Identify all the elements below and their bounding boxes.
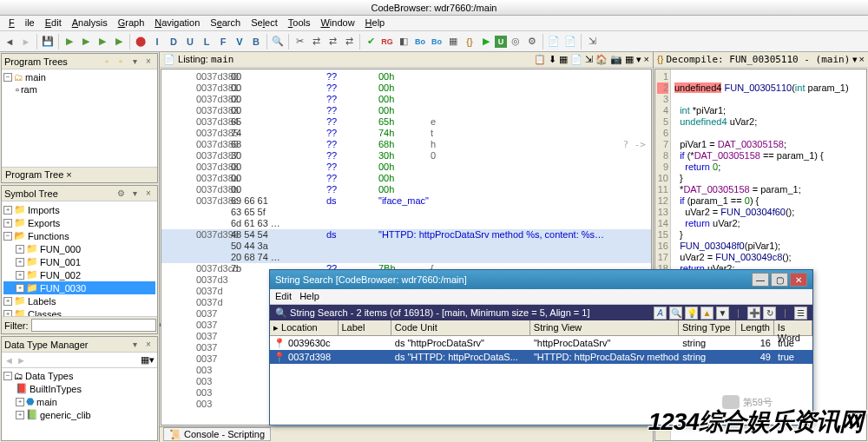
flow1-icon[interactable]: ⇄ (308, 34, 324, 49)
col-stringview[interactable]: String View (530, 320, 679, 335)
dt-dropdown-icon[interactable]: ▾ (128, 339, 141, 351)
lst-ico6[interactable]: 🏠 (595, 54, 608, 65)
listing-row[interactable]: 50 44 3a (161, 241, 651, 252)
sym-fun0030[interactable]: +📁FUN_0030 (3, 281, 155, 294)
reg-icon[interactable]: RG (379, 34, 395, 49)
dlg-make-icon[interactable]: ➕ (747, 307, 760, 320)
check-icon[interactable]: ✔ (363, 34, 378, 49)
f-icon[interactable]: F (215, 34, 231, 49)
dt-root[interactable]: −🗂Data Types (3, 370, 155, 382)
listing-row[interactable]: 0037d38b00??00h (161, 184, 651, 195)
st-close-icon[interactable]: × (142, 188, 155, 200)
dt-clib[interactable]: +📗generic_clib (3, 408, 155, 421)
dt-fwd-icon[interactable]: ► (16, 355, 26, 366)
lst-close-icon[interactable]: × (644, 54, 649, 65)
dt-opts-icon[interactable]: ▦▾ (141, 354, 155, 366)
col-stringtype[interactable]: String Type (679, 320, 736, 335)
dlg-search-icon[interactable]: 🔍 (669, 307, 682, 320)
lst-ico5[interactable]: ⇲ (585, 54, 593, 65)
script1-icon[interactable]: 📄 (546, 34, 562, 49)
pt-dropdown-icon[interactable]: ▾ (128, 56, 141, 68)
menu-help[interactable]: Help (360, 16, 391, 30)
st-dropdown-icon[interactable]: ▾ (128, 188, 141, 200)
listing-row[interactable]: 0037d39848 54 54ds "HTTPD: httpProcDataS… (161, 229, 651, 241)
tree-main[interactable]: −🗂main (3, 71, 155, 83)
menu-file[interactable]: File (3, 16, 40, 30)
sym-imports[interactable]: +📁Imports (3, 203, 155, 216)
lst-ico1[interactable]: 📋 (534, 54, 546, 65)
d-icon[interactable]: D (166, 34, 181, 49)
listing-row[interactable]: 0037d38465??65h e (161, 116, 651, 128)
flow2-icon[interactable]: ⇄ (325, 34, 340, 49)
col-location[interactable]: ▸ Location (270, 320, 339, 335)
menu-navigation[interactable]: Navigation (149, 16, 205, 30)
listing-row[interactable]: 0037d38300??00h (161, 105, 651, 116)
col-isword[interactable]: Is Word (774, 320, 812, 335)
menu-graph[interactable]: Graph (113, 16, 150, 30)
back-icon[interactable]: ◄ (2, 34, 17, 49)
b-icon[interactable]: B (248, 34, 264, 49)
listing-row[interactable]: 0037d38574??74h t (161, 128, 651, 139)
dc-dropdown-icon[interactable]: ▾ (852, 54, 858, 65)
sym-classes[interactable]: +📁Classes (3, 307, 155, 316)
listing-row[interactable]: 0037d38668??68h h (161, 139, 651, 150)
dlg-menu-icon[interactable]: ☰ (794, 307, 807, 320)
menu-tools[interactable]: Tools (283, 16, 316, 30)
pt-close-icon[interactable]: × (142, 56, 155, 68)
lst-dropdown-icon[interactable]: ▾ (636, 54, 641, 65)
dt-builtin[interactable]: 📕BuiltInTypes (3, 382, 155, 395)
lst-ico8[interactable]: ▦ (625, 54, 634, 65)
menu-search[interactable]: Search (205, 16, 246, 30)
fwd-icon[interactable]: ► (18, 34, 34, 49)
bo-icon[interactable]: Bo (412, 34, 428, 49)
console-tab[interactable]: 📜 Console - Scripting (160, 426, 653, 442)
st-icon1[interactable]: ⚙ (115, 188, 127, 200)
lst-ico3[interactable]: ▦ (559, 54, 568, 65)
pt-icon1[interactable]: ▫ (101, 56, 113, 68)
v-icon[interactable]: V (232, 34, 247, 49)
dt-main[interactable]: +⬣main (3, 395, 155, 408)
listing-row[interactable]: 6d 61 63 … (161, 218, 651, 229)
l-icon[interactable]: L (199, 34, 214, 49)
sp-icon[interactable]: ◧ (396, 34, 411, 49)
sym-functions[interactable]: −📂Functions (3, 229, 155, 242)
play-icon[interactable]: ▶ (478, 34, 494, 49)
col-label[interactable]: Label (339, 320, 391, 335)
nav2-icon[interactable]: ▶ (78, 34, 94, 49)
dlg-bulb-icon[interactable]: 💡 (685, 307, 698, 320)
sym-labels[interactable]: +📁Labels (3, 294, 155, 307)
listing-row[interactable]: 0037d38000??00h (161, 71, 651, 82)
col-codeunit[interactable]: Code Unit (391, 320, 530, 335)
dlg-a-icon[interactable]: A (654, 307, 667, 320)
dbg-icon[interactable]: ⚙ (524, 34, 540, 49)
sym-fun000[interactable]: +📁FUN_000 (3, 242, 155, 255)
zoom-icon[interactable]: 🔍 (270, 34, 286, 49)
bo2-icon[interactable]: Bo (429, 34, 444, 49)
dlg-close-icon[interactable]: ✕ (790, 273, 807, 287)
flow3-icon[interactable]: ⇄ (341, 34, 357, 49)
dlg-menu-help[interactable]: Help (299, 291, 319, 301)
target-icon[interactable]: ◎ (508, 34, 523, 49)
brace-icon[interactable]: {} (462, 34, 477, 49)
sym-fun001[interactable]: +📁FUN_001 (3, 255, 155, 268)
listing-row[interactable]: 0037d38100??00h (161, 82, 651, 94)
dt-close-icon[interactable]: × (142, 339, 155, 351)
listing-row[interactable]: 20 68 74 … (161, 252, 651, 263)
menu-analysis[interactable]: Analysis (67, 16, 113, 30)
menu-window[interactable]: Window (315, 16, 359, 30)
lst-ico4[interactable]: 📄 (570, 54, 582, 65)
lst-ico7[interactable]: 📷 (610, 54, 622, 65)
cut-icon[interactable]: ✂ (292, 34, 307, 49)
dlg-filter-icon[interactable]: ▼ (716, 307, 729, 320)
listing-row[interactable]: 0037d38800??00h (161, 162, 651, 173)
ext-icon[interactable]: ⇲ (584, 34, 600, 49)
save-icon[interactable]: 💾 (40, 34, 56, 49)
stop-icon[interactable]: ⬤ (133, 34, 148, 49)
nav1-icon[interactable]: ▶ (62, 34, 77, 49)
listing-row[interactable]: 0037d38730??30h 0 (161, 150, 651, 162)
u2-icon[interactable]: U (495, 36, 507, 48)
dlg-min-icon[interactable]: — (752, 273, 769, 287)
search-result-row[interactable]: 📍 0039630cds "httpProcDataSrv""httpProcD… (270, 336, 812, 350)
dlg-warn-icon[interactable]: ▲ (700, 307, 713, 320)
lst-ico2[interactable]: ⬇ (549, 54, 556, 65)
